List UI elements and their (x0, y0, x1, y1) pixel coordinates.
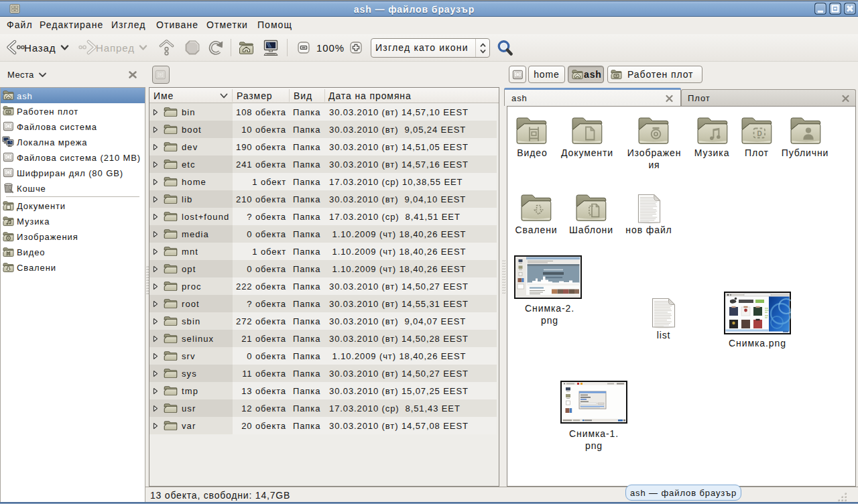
svg-text:D: D (757, 130, 762, 137)
